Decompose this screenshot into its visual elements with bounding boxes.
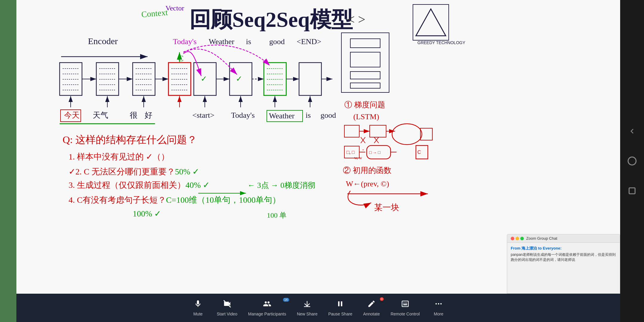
chat-panel-header: Zoom Group Chat (507, 234, 620, 243)
annotate-icon (367, 300, 376, 310)
svg-text:今天: 今天 (64, 111, 80, 120)
svg-text:w, w: w, w (354, 156, 362, 160)
svg-text:Weather: Weather (209, 37, 234, 46)
svg-text:回顾Seq2Seq模型: 回顾Seq2Seq模型 (189, 8, 353, 32)
left-border (0, 0, 16, 322)
start-video-label: Start Video (217, 312, 237, 316)
svg-text:C: C (178, 54, 184, 63)
content-area: 回顾Seq2Seq模型 Context Vector < > GREEDY TE… (16, 0, 620, 322)
svg-point-126 (405, 302, 406, 304)
svg-text:Encoder: Encoder (88, 36, 118, 46)
video-icon (223, 300, 231, 310)
svg-text:is: is (246, 37, 251, 46)
participants-label: Manage Participants (248, 312, 286, 316)
svg-rect-128 (403, 304, 407, 305)
svg-text:□ → □: □ → □ (369, 150, 380, 155)
recent-button[interactable] (626, 185, 638, 197)
svg-text:<start>: <start> (192, 111, 214, 120)
svg-text:Q: 这样的结构存在什么问题？: Q: 这样的结构存在什么问题？ (63, 134, 197, 145)
svg-text:Vector: Vector (165, 4, 184, 12)
whiteboard: 回顾Seq2Seq模型 Context Vector < > GREEDY TE… (16, 0, 620, 294)
remote-control-label: Remote Control (391, 312, 420, 316)
toolbar: Mute Start Video (16, 294, 620, 322)
more-icon (434, 300, 443, 310)
svg-text:✓: ✓ (236, 75, 242, 83)
svg-text:GREEDY TECHNOLOGY: GREEDY TECHNOLOGY (417, 40, 465, 45)
remote-control-button[interactable]: Remote Control (385, 297, 425, 319)
new-share-label: New Share (297, 312, 318, 316)
chat-dots (511, 237, 524, 240)
svg-text:① 梯度问题: ① 梯度问题 (344, 100, 385, 109)
chat-body: From 海上漂泊 to Everyone: panpan老师刚说生成的每一个词… (507, 243, 620, 265)
chat-from: From 海上漂泊 to Everyone: (511, 246, 616, 251)
annotate-wrapper: Annotate 0 (358, 297, 385, 319)
svg-text:100 单: 100 单 (267, 211, 287, 219)
main-container: 回顾Seq2Seq模型 Context Vector < > GREEDY TE… (0, 0, 644, 322)
svg-text:② 初用的函数: ② 初用的函数 (343, 166, 391, 175)
pause-icon (336, 300, 344, 310)
pause-share-label: Pause Share (328, 312, 352, 316)
svg-text:Weather: Weather (269, 112, 295, 120)
annotate-label: Annotate (363, 312, 380, 316)
remote-control-icon (401, 300, 409, 310)
svg-text:is: is (306, 111, 311, 120)
svg-text:好: 好 (145, 111, 152, 120)
svg-point-125 (403, 302, 405, 304)
mute-button[interactable]: Mute (185, 297, 211, 319)
dot-green (520, 237, 524, 240)
more-button[interactable]: More (425, 297, 452, 319)
svg-text:4. C有没有考虑句子长短？C=100维（10单句，1000: 4. C有没有考虑句子长短？C=100维（10单句，1000单句） (69, 195, 281, 205)
start-video-button[interactable]: Start Video (211, 297, 243, 319)
svg-text:✓2. C 无法区分哪们更重要？50% ✓: ✓2. C 无法区分哪们更重要？50% ✓ (69, 167, 199, 176)
chat-message: panpan老师刚说生成的每一个词都是依赖于前面的词，但是买得到跑分的词出现的词… (511, 252, 616, 262)
svg-text:←  3点 → 0梯度消彻: ← 3点 → 0梯度消彻 (247, 181, 315, 190)
home-button[interactable] (626, 155, 638, 167)
svg-text:1. 样本中没有见过的 ✓（）: 1. 样本中没有见过的 ✓（） (69, 152, 169, 161)
svg-text:-: - (362, 147, 364, 153)
svg-text:<END>: <END> (297, 37, 321, 46)
svg-text:某一块: 某一块 (374, 203, 399, 212)
svg-point-129 (435, 303, 437, 304)
participants-badge: 14 (283, 298, 289, 302)
svg-text:很: 很 (130, 111, 137, 120)
svg-rect-133 (629, 188, 635, 194)
pause-share-button[interactable]: Pause Share (323, 297, 358, 319)
svg-text:□, □: □, □ (346, 150, 355, 155)
svg-text:100% ✓: 100% ✓ (133, 209, 161, 218)
chat-title: Zoom Group Chat (526, 236, 557, 241)
svg-text:good: good (269, 37, 285, 46)
back-button[interactable] (626, 125, 638, 137)
more-label: More (434, 312, 443, 316)
svg-text:good: good (321, 111, 336, 120)
mute-label: Mute (193, 312, 202, 316)
svg-text:天气: 天气 (93, 111, 108, 120)
svg-text:3. 生成过程（仅仅跟前面相关）40% ✓: 3. 生成过程（仅仅跟前面相关）40% ✓ (69, 180, 210, 190)
manage-participants-wrapper: Manage Participants 14 (243, 297, 292, 319)
svg-text:Today's: Today's (231, 111, 255, 120)
chat-panel: Zoom Group Chat From 海上漂泊 to Everyone: p… (507, 234, 620, 294)
svg-text:< >: < > (347, 12, 366, 27)
svg-text:(LSTM): (LSTM) (353, 112, 379, 121)
mute-icon (194, 300, 202, 310)
dot-yellow (515, 237, 519, 240)
share-icon (303, 300, 311, 310)
annotate-badge: 0 (380, 297, 384, 301)
svg-text:✓: ✓ (201, 75, 207, 83)
dot-red (511, 237, 514, 240)
svg-rect-124 (304, 306, 310, 307)
participants-icon (263, 300, 272, 310)
svg-text:W←(prev, ©): W←(prev, ©) (346, 179, 389, 188)
svg-point-131 (440, 303, 442, 304)
svg-point-132 (628, 157, 636, 165)
android-nav (620, 0, 644, 322)
new-share-button[interactable]: New Share (292, 297, 323, 319)
svg-text:Today's: Today's (173, 37, 196, 46)
svg-point-127 (406, 302, 407, 304)
svg-point-130 (438, 303, 439, 304)
svg-text:C: C (417, 150, 421, 155)
